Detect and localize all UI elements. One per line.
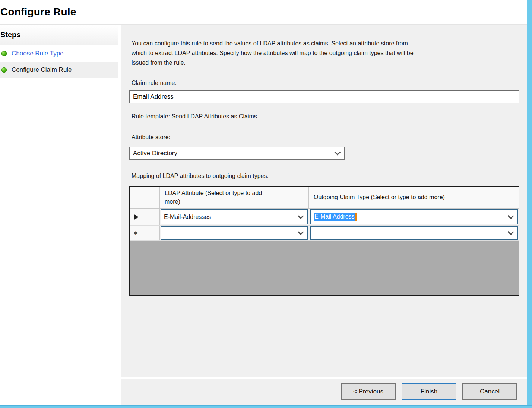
new-row-asterisk-icon bbox=[134, 231, 138, 236]
configure-claim-rule-panel: You can configure this rule to send the … bbox=[121, 25, 527, 377]
attribute-store-value: Active Directory bbox=[133, 150, 177, 157]
finish-button[interactable]: Finish bbox=[402, 383, 456, 400]
steps-sidebar: Steps Choose Rule Type Configure Claim R… bbox=[0, 25, 118, 405]
table-row bbox=[130, 226, 519, 241]
ldap-attribute-combobox[interactable]: E-Mail-Addresses bbox=[161, 209, 308, 224]
configure-rule-wizard: Configure Rule Steps Choose Rule Type Co… bbox=[0, 0, 532, 408]
description-line: which to extract LDAP attributes. Specif… bbox=[132, 48, 414, 58]
wizard-titlebar: Configure Rule bbox=[0, 0, 527, 25]
ldap-attribute-combobox[interactable] bbox=[161, 226, 308, 240]
outgoing-claim-type-column-header: Outgoing Claim Type (Select or type to a… bbox=[309, 187, 519, 208]
chevron-down-icon[interactable] bbox=[509, 230, 513, 234]
chevron-down-icon[interactable] bbox=[298, 214, 303, 218]
outgoing-claim-type-cell: E-Mail Address bbox=[309, 209, 519, 225]
attribute-store-combobox[interactable]: Active Directory bbox=[129, 147, 345, 160]
wizard-footer: < Previous Finish Cancel bbox=[121, 379, 527, 405]
sidebar-item-choose-rule-type[interactable]: Choose Rule Type bbox=[0, 45, 118, 62]
previous-button[interactable]: < Previous bbox=[341, 383, 396, 400]
step-complete-dot-icon bbox=[1, 51, 7, 56]
chevron-down-icon[interactable] bbox=[509, 214, 513, 218]
current-row-arrow-icon bbox=[134, 214, 139, 220]
chevron-down-icon[interactable] bbox=[298, 230, 303, 234]
cancel-button[interactable]: Cancel bbox=[462, 383, 517, 400]
window-border-bottom bbox=[0, 405, 532, 408]
step-label: Configure Claim Rule bbox=[12, 66, 72, 74]
ldap-attribute-column-header: LDAP Attribute (Select or type to add mo… bbox=[160, 187, 309, 208]
current-row-indicator-cell[interactable] bbox=[130, 209, 160, 225]
steps-header: Steps bbox=[0, 25, 118, 45]
table-row: E-Mail-Addresses E-Mail Address bbox=[130, 209, 519, 226]
ldap-attribute-cell: E-Mail-Addresses bbox=[160, 209, 309, 225]
claim-rule-name-label: Claim rule name: bbox=[132, 80, 177, 86]
attribute-store-label: Attribute store: bbox=[132, 134, 170, 141]
mapping-label: Mapping of LDAP attributes to outgoing c… bbox=[132, 173, 269, 179]
outgoing-claim-type-cell bbox=[309, 226, 519, 240]
text-caret bbox=[355, 213, 357, 221]
sidebar-item-configure-claim-rule[interactable]: Configure Claim Rule bbox=[0, 62, 118, 78]
claim-rule-name-input[interactable] bbox=[129, 90, 519, 103]
row-indicator-header-cell bbox=[130, 187, 160, 208]
new-row-indicator-cell[interactable] bbox=[130, 226, 160, 240]
step-complete-dot-icon bbox=[1, 67, 7, 73]
step-label: Choose Rule Type bbox=[12, 50, 64, 57]
window-border-right bbox=[527, 0, 532, 408]
description-line: You can configure this rule to send the … bbox=[132, 39, 414, 48]
ldap-attribute-cell bbox=[160, 226, 309, 240]
page-title: Configure Rule bbox=[0, 6, 76, 18]
rule-description: You can configure this rule to send the … bbox=[132, 39, 414, 68]
outgoing-claim-type-combobox[interactable] bbox=[310, 226, 518, 240]
mapping-grid: LDAP Attribute (Select or type to add mo… bbox=[129, 186, 519, 296]
ldap-attribute-value: E-Mail-Addresses bbox=[164, 214, 211, 220]
description-line: issued from the rule. bbox=[132, 58, 414, 68]
rule-template-text: Rule template: Send LDAP Attributes as C… bbox=[132, 113, 257, 120]
outgoing-claim-type-combobox[interactable]: E-Mail Address bbox=[310, 209, 518, 224]
chevron-down-icon[interactable] bbox=[335, 150, 340, 154]
mapping-grid-header: LDAP Attribute (Select or type to add mo… bbox=[130, 187, 519, 209]
outgoing-claim-type-value: E-Mail Address bbox=[314, 213, 355, 221]
